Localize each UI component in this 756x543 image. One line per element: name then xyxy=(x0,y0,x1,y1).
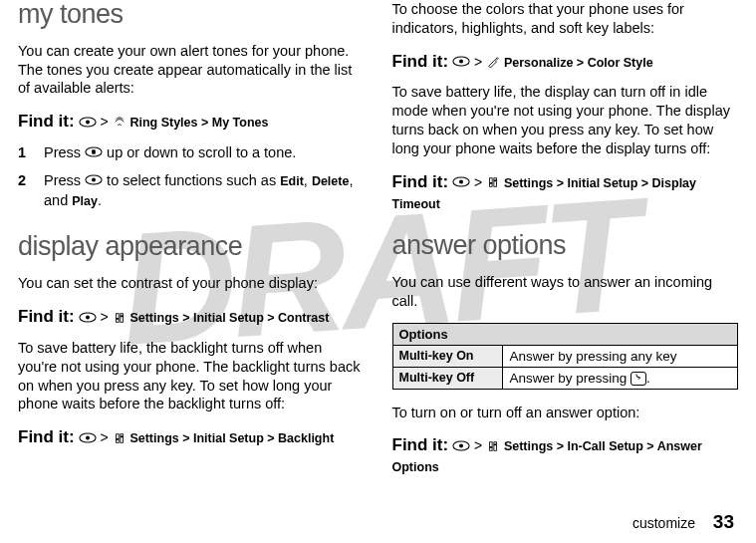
svg-rect-10 xyxy=(116,318,119,320)
text-fragment: . xyxy=(646,371,650,386)
option-key: Multi-key On xyxy=(392,345,503,367)
menu-option-delete: Delete xyxy=(312,174,350,188)
svg-point-21 xyxy=(459,180,463,184)
table-header: Options xyxy=(392,323,738,345)
settings-icon xyxy=(486,173,500,193)
step-number: 2 xyxy=(18,171,30,211)
svg-rect-29 xyxy=(494,442,497,451)
table-row: Multi-key On Answer by pressing any key xyxy=(392,345,738,367)
find-it-path: Personalize > Color Style xyxy=(504,56,653,70)
text-fragment: to select functions such as xyxy=(103,172,280,188)
table-header-row: Options xyxy=(392,323,738,345)
ring-styles-icon xyxy=(113,114,126,134)
svg-rect-3 xyxy=(92,150,96,155)
svg-point-1 xyxy=(86,120,90,124)
nav-key-icon xyxy=(452,173,470,193)
find-it-label: Find it: xyxy=(18,307,75,326)
path-separator: > xyxy=(474,54,486,70)
option-key: Multi-key Off xyxy=(392,367,503,389)
settings-icon xyxy=(113,429,126,449)
find-it-line: Find it: > Ring Styles > My Tones xyxy=(18,110,365,134)
find-it-line: Find it: > Personalize > Color Style xyxy=(392,50,739,74)
path-separator: > xyxy=(100,114,112,130)
option-value: Answer by pressing any key xyxy=(503,345,738,367)
left-column: my tones You can create your own alert t… xyxy=(18,0,365,487)
find-it-label: Find it: xyxy=(392,435,449,454)
svg-rect-25 xyxy=(494,180,497,182)
nav-key-icon xyxy=(452,53,470,73)
svg-rect-15 xyxy=(120,433,123,442)
find-it-line: Find it: > Settings > In-Call Setup > An… xyxy=(392,433,739,476)
find-it-label: Find it: xyxy=(18,112,75,131)
svg-point-27 xyxy=(459,443,463,447)
menu-option-play: Play xyxy=(72,194,98,208)
find-it-line: Find it: > Settings > Initial Setup > Di… xyxy=(392,170,739,213)
body-text: You can use different ways to answer an … xyxy=(392,273,739,311)
find-it-label: Find it: xyxy=(18,427,75,446)
body-text: To turn on or turn off an answer option: xyxy=(392,404,739,422)
section-name: customize xyxy=(632,515,695,531)
svg-rect-17 xyxy=(120,435,123,437)
text-fragment: Press xyxy=(44,144,85,160)
heading-my-tones: my tones xyxy=(18,0,365,30)
nav-key-icon xyxy=(79,429,97,449)
page-number: 33 xyxy=(713,511,734,532)
svg-rect-16 xyxy=(116,438,119,440)
table-row: Multi-key Off Answer by pressing . xyxy=(392,367,738,389)
text-fragment: Answer by pressing xyxy=(509,371,630,386)
svg-rect-30 xyxy=(490,446,493,448)
step-text: Press up or down to scroll to a tone. xyxy=(44,143,296,163)
menu-option-edit: Edit xyxy=(280,174,304,188)
svg-rect-11 xyxy=(120,315,123,317)
text-fragment: . xyxy=(98,192,102,208)
personalize-icon xyxy=(486,53,500,73)
step-number: 1 xyxy=(18,143,30,163)
svg-point-5 xyxy=(92,178,96,182)
find-it-path: Ring Styles > My Tones xyxy=(129,116,268,130)
step-2: 2 Press to select functions such as Edit… xyxy=(18,171,365,211)
nav-key-icon xyxy=(79,309,97,329)
heading-answer-options: answer options xyxy=(392,231,739,261)
body-text: To choose the colors that your phone use… xyxy=(392,0,739,38)
option-value: Answer by pressing . xyxy=(503,367,738,389)
path-separator: > xyxy=(474,174,486,190)
svg-rect-23 xyxy=(494,178,497,187)
body-text: You can create your own alert tones for … xyxy=(18,42,365,99)
text-fragment: , xyxy=(304,172,312,188)
nav-key-icon xyxy=(85,171,103,191)
path-separator: > xyxy=(100,309,112,325)
find-it-path: Settings > Initial Setup > Backlight xyxy=(129,431,334,445)
path-separator: > xyxy=(474,437,486,453)
svg-point-19 xyxy=(459,60,463,64)
step-1: 1 Press up or down to scroll to a tone. xyxy=(18,143,365,163)
page-content: my tones You can create your own alert t… xyxy=(0,0,756,487)
step-text: Press to select functions such as Edit, … xyxy=(44,171,365,211)
right-column: To choose the colors that your phone use… xyxy=(392,0,739,487)
options-table: Options Multi-key On Answer by pressing … xyxy=(392,323,739,390)
svg-point-7 xyxy=(86,315,90,319)
find-it-label: Find it: xyxy=(392,52,449,71)
svg-point-13 xyxy=(86,435,90,439)
nav-key-icon xyxy=(85,143,103,163)
find-it-label: Find it: xyxy=(392,172,449,191)
svg-rect-31 xyxy=(494,443,497,445)
nav-key-icon xyxy=(79,114,97,134)
text-fragment: Press xyxy=(44,172,85,188)
text-fragment: up or down to scroll to a tone. xyxy=(103,144,296,160)
body-text: To save battery life, the backlight turn… xyxy=(18,339,365,413)
svg-rect-9 xyxy=(120,313,123,322)
send-key-icon xyxy=(630,372,646,386)
settings-icon xyxy=(486,437,500,457)
body-text: You can set the contrast of your phone d… xyxy=(18,274,365,293)
settings-icon xyxy=(113,309,126,329)
path-separator: > xyxy=(100,429,112,445)
find-it-line: Find it: > Settings > Initial Setup > Co… xyxy=(18,305,365,329)
heading-display-appearance: display appearance xyxy=(18,232,365,262)
svg-rect-24 xyxy=(490,182,493,184)
nav-key-icon xyxy=(452,437,470,457)
find-it-path: Settings > Initial Setup > Contrast xyxy=(129,311,329,325)
find-it-line: Find it: > Settings > Initial Setup > Ba… xyxy=(18,425,365,449)
body-text: To save battery life, the display can tu… xyxy=(392,83,739,157)
page-footer: customize 33 xyxy=(632,511,734,533)
